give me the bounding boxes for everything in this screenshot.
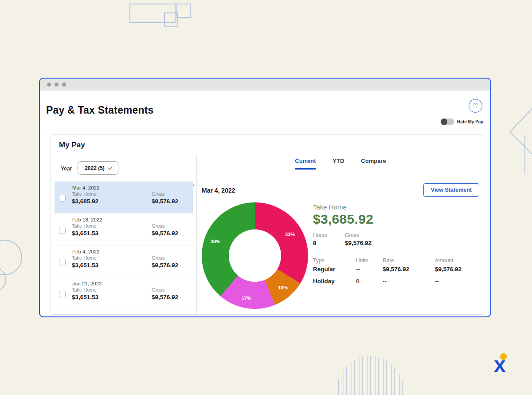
donut-segment-label: 10% <box>278 285 288 290</box>
tabs-divider <box>202 172 484 172</box>
take-home-label: Take Home <box>72 223 145 229</box>
gross-value: $9,576.92 <box>152 294 178 300</box>
table-header: Type <box>313 257 356 264</box>
pay-breakdown-table: Type Units Rate Amount Regular -- $9,576… <box>313 257 477 290</box>
gross-value: $9,576.92 <box>152 230 178 237</box>
window-control-dot[interactable] <box>47 83 51 87</box>
decorative-circle-large <box>0 240 22 275</box>
table-header: Rate <box>383 257 435 264</box>
view-statement-button[interactable]: View Statement <box>423 183 479 197</box>
statement-row[interactable]: Mar 4, 2022 Take Home $3,685.92 Gross $9… <box>55 182 193 213</box>
decorative-square-small-left <box>164 12 178 27</box>
decorative-square-large <box>129 4 176 23</box>
table-cell-rate: -- <box>383 278 435 284</box>
take-home-label: Take Home <box>72 287 145 292</box>
take-home-value: $3,651.53 <box>72 262 145 269</box>
statement-date: Jan 21, 2022 <box>55 277 193 286</box>
take-home-value: $3,651.53 <box>72 230 145 237</box>
statement-checkbox[interactable] <box>59 195 66 201</box>
table-cell-type: Regular <box>313 266 356 273</box>
detail-gross-label: Gross <box>345 232 359 238</box>
window-control-dot[interactable] <box>55 83 59 87</box>
window-control-dot[interactable] <box>62 83 66 87</box>
donut-chart: 33% 10% 17% 38% <box>202 202 308 309</box>
statement-checkbox[interactable] <box>59 227 66 233</box>
take-home-label: Take Home <box>72 191 145 197</box>
tab-compare[interactable]: Compare <box>361 158 386 170</box>
logo-letter: x <box>494 354 506 375</box>
toggle-knob <box>441 118 447 125</box>
gross-label: Gross <box>152 287 178 292</box>
table-header: Amount <box>435 257 477 264</box>
gross-label: Gross <box>152 255 178 261</box>
table-cell-units: -- <box>356 266 383 273</box>
tab-current[interactable]: Current <box>295 158 316 170</box>
statement-checkbox[interactable] <box>59 259 66 265</box>
detail-gross-value: $9,576.92 <box>345 240 372 246</box>
statement-date: Jan 7, 2022 <box>55 309 193 314</box>
decorative-square-small-right <box>176 4 191 18</box>
gross-label: Gross <box>152 191 178 197</box>
take-home-value: $3,685.92 <box>72 198 145 205</box>
hide-my-pay-toggle[interactable] <box>441 118 454 125</box>
statement-detail-panel: Current YTD Compare Mar 4, 2022 View Sta… <box>196 134 484 314</box>
gross-value: $9,576.92 <box>152 198 178 205</box>
donut-segment-label: 38% <box>211 239 220 244</box>
year-dropdown-value: 2022 (5) <box>85 165 105 171</box>
table-cell-amount: -- <box>435 278 477 284</box>
table-cell-rate: $9,576.92 <box>383 266 435 273</box>
gross-value: $9,576.92 <box>152 262 178 269</box>
decorative-striped-dome <box>336 356 405 395</box>
favorite-button[interactable]: ♡ <box>469 99 482 113</box>
statement-row[interactable]: Feb 18, 2022 Take Home $3,651.53 Gross $… <box>55 213 193 245</box>
decorative-circle-small <box>0 267 6 292</box>
statement-row[interactable]: Feb 4, 2022 Take Home $3,651.53 Gross $9… <box>55 245 193 277</box>
brand-logo: x <box>493 352 520 383</box>
tab-ytd[interactable]: YTD <box>332 158 344 170</box>
detail-date: Mar 4, 2022 <box>202 187 235 194</box>
hours-label: Hours <box>313 232 327 238</box>
window-titlebar <box>40 79 490 91</box>
donut-segment-label: 17% <box>242 296 251 301</box>
table-cell-amount: $9,576.92 <box>435 266 477 273</box>
detail-take-home-value: $3,685.92 <box>313 212 373 227</box>
detail-take-home-label: Take Home <box>313 203 347 211</box>
hide-my-pay-label: Hide My Pay <box>457 119 483 124</box>
header-divider <box>40 130 490 130</box>
my-pay-card: My Pay Year 2022 (5) ▲ Mar 4, 2022 Take … <box>51 134 484 315</box>
detail-tabs: Current YTD Compare <box>196 158 484 170</box>
chevron-down-icon <box>107 165 112 170</box>
year-label: Year <box>61 166 72 172</box>
app-window: Pay & Tax Statements ♡ Hide My Pay My Pa… <box>39 78 491 317</box>
statement-row[interactable]: Jan 7, 2022 <box>55 309 193 314</box>
take-home-value: $3,651.53 <box>72 294 145 300</box>
statement-checkbox[interactable] <box>59 291 66 297</box>
page-title: Pay & Tax Statements <box>46 104 154 116</box>
hours-value: 8 <box>313 240 317 246</box>
gross-label: Gross <box>152 223 178 229</box>
decorative-outline-shape <box>505 100 532 175</box>
year-dropdown[interactable]: 2022 (5) <box>78 161 118 175</box>
page-background: x Pay & Tax Statements ♡ Hide My Pay My … <box>0 0 532 395</box>
take-home-label: Take Home <box>72 255 145 261</box>
my-pay-title: My Pay <box>59 141 85 150</box>
hide-my-pay-control: Hide My Pay <box>441 118 483 125</box>
table-cell-units: 8 <box>356 278 383 284</box>
statement-date: Feb 18, 2022 <box>55 213 193 222</box>
table-cell-type: Holiday <box>313 278 356 284</box>
statement-date: Mar 4, 2022 <box>55 182 193 190</box>
statement-date: Feb 4, 2022 <box>55 245 193 254</box>
statement-row[interactable]: Jan 21, 2022 Take Home $3,651.53 Gross $… <box>55 277 193 309</box>
statement-list: Mar 4, 2022 Take Home $3,685.92 Gross $9… <box>51 182 196 314</box>
donut-segment-label: 33% <box>285 232 295 237</box>
heart-icon: ♡ <box>473 103 478 109</box>
table-header: Units <box>356 257 383 264</box>
